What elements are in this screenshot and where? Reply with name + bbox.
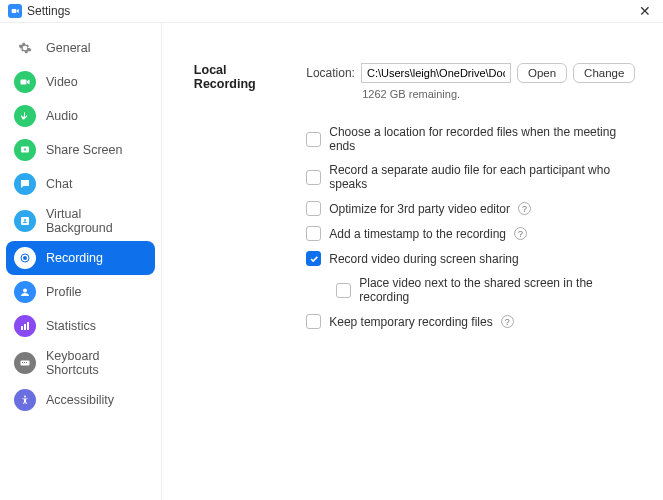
sidebar-item-share-screen[interactable]: Share Screen bbox=[6, 133, 155, 167]
sidebar: GeneralVideoAudioShare ScreenChatVirtual… bbox=[0, 23, 162, 500]
checkbox[interactable] bbox=[306, 132, 321, 147]
location-label: Location: bbox=[306, 66, 355, 80]
option-label: Record video during screen sharing bbox=[329, 252, 518, 266]
close-icon[interactable]: ✕ bbox=[635, 3, 655, 19]
sidebar-item-label: Keyboard Shortcuts bbox=[46, 349, 147, 377]
svg-rect-1 bbox=[21, 80, 27, 85]
remaining-text: 1262 GB remaining. bbox=[362, 88, 639, 100]
sidebar-item-video[interactable]: Video bbox=[6, 65, 155, 99]
svg-point-4 bbox=[24, 219, 26, 221]
svg-rect-13 bbox=[24, 362, 25, 363]
option-label: Optimize for 3rd party video editor bbox=[329, 202, 510, 216]
vbg-icon bbox=[14, 210, 36, 232]
share-icon bbox=[14, 139, 36, 161]
sidebar-item-label: Profile bbox=[46, 285, 81, 299]
option-label: Record a separate audio file for each pa… bbox=[329, 163, 639, 191]
option-row: Place video next to the shared screen in… bbox=[336, 271, 639, 309]
sidebar-item-label: Virtual Background bbox=[46, 207, 147, 235]
audio-icon bbox=[14, 105, 36, 127]
help-icon[interactable]: ? bbox=[514, 227, 527, 240]
option-label: Place video next to the shared screen in… bbox=[359, 276, 639, 304]
sidebar-item-statistics[interactable]: Statistics bbox=[6, 309, 155, 343]
main-panel: Local Recording Location: Open Change 12… bbox=[162, 23, 663, 500]
sidebar-item-recording[interactable]: Recording bbox=[6, 241, 155, 275]
option-row: Keep temporary recording files? bbox=[306, 309, 639, 334]
sidebar-item-label: Share Screen bbox=[46, 143, 122, 157]
option-label: Add a timestamp to the recording bbox=[329, 227, 506, 241]
sidebar-item-label: Accessibility bbox=[46, 393, 114, 407]
location-input[interactable] bbox=[361, 63, 511, 83]
checkbox[interactable] bbox=[306, 170, 321, 185]
checkbox[interactable] bbox=[336, 283, 351, 298]
sidebar-item-audio[interactable]: Audio bbox=[6, 99, 155, 133]
sidebar-item-label: Chat bbox=[46, 177, 72, 191]
svg-rect-12 bbox=[22, 362, 23, 363]
option-row: Optimize for 3rd party video editor? bbox=[306, 196, 639, 221]
sidebar-item-general[interactable]: General bbox=[6, 31, 155, 65]
sidebar-item-label: Video bbox=[46, 75, 78, 89]
option-label: Keep temporary recording files bbox=[329, 315, 492, 329]
video-icon bbox=[14, 71, 36, 93]
stats-icon bbox=[14, 315, 36, 337]
option-row: Record video during screen sharing bbox=[306, 246, 639, 271]
accessibility-icon bbox=[14, 389, 36, 411]
help-icon[interactable]: ? bbox=[518, 202, 531, 215]
checkbox[interactable] bbox=[306, 251, 321, 266]
svg-point-7 bbox=[23, 289, 27, 293]
sidebar-item-label: General bbox=[46, 41, 90, 55]
checkbox[interactable] bbox=[306, 226, 321, 241]
sidebar-item-chat[interactable]: Chat bbox=[6, 167, 155, 201]
section-title: Local Recording bbox=[194, 63, 290, 91]
profile-icon bbox=[14, 281, 36, 303]
sidebar-item-accessibility[interactable]: Accessibility bbox=[6, 383, 155, 417]
svg-rect-0 bbox=[12, 9, 17, 13]
svg-rect-8 bbox=[21, 326, 23, 330]
sidebar-item-label: Statistics bbox=[46, 319, 96, 333]
keyboard-icon bbox=[14, 352, 36, 374]
app-icon bbox=[8, 4, 22, 18]
svg-point-6 bbox=[23, 256, 27, 260]
window-title: Settings bbox=[27, 4, 70, 18]
option-row: Record a separate audio file for each pa… bbox=[306, 158, 639, 196]
help-icon[interactable]: ? bbox=[501, 315, 514, 328]
svg-rect-10 bbox=[27, 322, 29, 330]
svg-rect-9 bbox=[24, 324, 26, 330]
svg-rect-14 bbox=[26, 362, 27, 363]
sidebar-item-label: Recording bbox=[46, 251, 103, 265]
sidebar-item-profile[interactable]: Profile bbox=[6, 275, 155, 309]
record-icon bbox=[14, 247, 36, 269]
checkbox[interactable] bbox=[306, 314, 321, 329]
sidebar-item-virtual-background[interactable]: Virtual Background bbox=[6, 201, 155, 241]
checkbox[interactable] bbox=[306, 201, 321, 216]
chat-icon bbox=[14, 173, 36, 195]
option-row: Choose a location for recorded files whe… bbox=[306, 120, 639, 158]
open-button[interactable]: Open bbox=[517, 63, 567, 83]
titlebar: Settings ✕ bbox=[0, 0, 663, 22]
option-row: Add a timestamp to the recording? bbox=[306, 221, 639, 246]
change-button[interactable]: Change bbox=[573, 63, 635, 83]
svg-point-15 bbox=[24, 396, 26, 398]
gear-icon bbox=[14, 37, 36, 59]
sidebar-item-keyboard-shortcuts[interactable]: Keyboard Shortcuts bbox=[6, 343, 155, 383]
option-label: Choose a location for recorded files whe… bbox=[329, 125, 639, 153]
sidebar-item-label: Audio bbox=[46, 109, 78, 123]
